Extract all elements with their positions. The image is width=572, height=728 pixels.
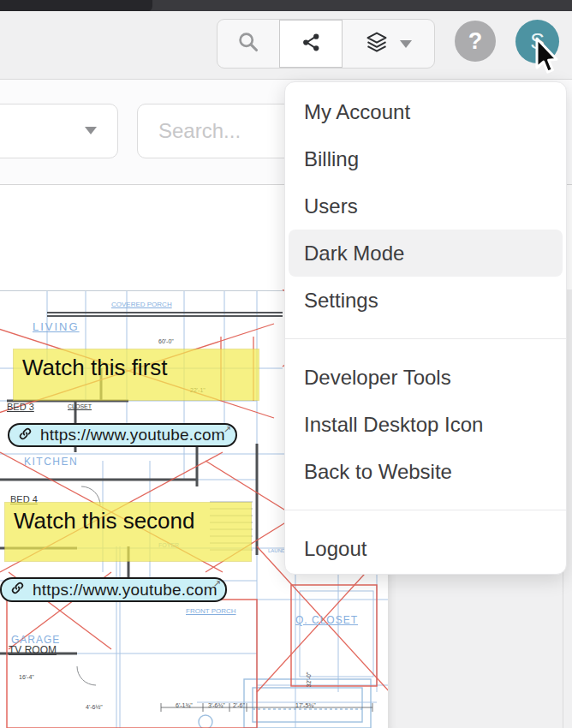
- annotation-highlight-1[interactable]: Watch this first: [14, 349, 259, 400]
- dim-label: 2'-6": [233, 702, 245, 708]
- menu-item-dark-mode[interactable]: Dark Mode: [289, 230, 563, 277]
- dim-label: 6'-1¾": [176, 702, 193, 708]
- room-label-bed3: BED 3: [7, 403, 34, 412]
- link-url-1: https://www.youtube.com: [40, 426, 225, 445]
- link-url-2: https://www.youtube.com: [33, 581, 217, 600]
- filter-dropdown[interactable]: [0, 104, 118, 158]
- menu-item-developer-tools[interactable]: Developer Tools: [289, 354, 563, 401]
- link-icon: [10, 581, 25, 599]
- help-label: ?: [468, 28, 483, 55]
- annotation-highlight-2[interactable]: Watch this second: [5, 503, 251, 561]
- link-icon: [18, 427, 33, 445]
- room-label-tv-room: TV ROOM: [9, 645, 57, 655]
- annotation-text-1: Watch this first: [14, 349, 259, 381]
- filter-caret-icon: [85, 127, 97, 134]
- dim-label: 60'-0": [158, 338, 174, 344]
- share-button[interactable]: [279, 20, 343, 68]
- help-button[interactable]: ?: [455, 21, 496, 62]
- account-menu: My Account Billing Users Dark Mode Setti…: [284, 81, 567, 575]
- room-label-q-closet: Q. CLOSET: [295, 615, 358, 625]
- menu-item-my-account[interactable]: My Account: [289, 88, 563, 135]
- menu-item-settings[interactable]: Settings: [289, 277, 563, 324]
- room-label-front-porch: FRONT PORCH: [186, 608, 236, 615]
- window-chrome-tab: [0, 0, 152, 12]
- annotation-text-2: Watch this second: [5, 503, 251, 534]
- menu-item-users[interactable]: Users: [289, 182, 563, 230]
- layers-icon: [365, 30, 389, 57]
- menu-divider: [285, 510, 566, 510]
- room-label-living: LIVING: [33, 321, 80, 332]
- search-icon: [237, 31, 260, 57]
- menu-item-back-to-website[interactable]: Back to Website: [289, 448, 563, 495]
- dim-label: 17'-5¾": [295, 702, 316, 708]
- menu-item-billing[interactable]: Billing: [289, 135, 563, 182]
- room-label-closet: CLOSET: [68, 403, 92, 409]
- expand-icon[interactable]: ↗: [213, 578, 221, 589]
- menu-divider: [285, 338, 566, 339]
- avatar[interactable]: S: [515, 20, 559, 63]
- menu-item-install-desktop-icon[interactable]: Install Desktop Icon: [289, 401, 563, 448]
- layers-button[interactable]: [343, 20, 434, 68]
- share-icon: [301, 32, 322, 57]
- dim-label: 32'-0": [306, 672, 312, 688]
- search-button[interactable]: [217, 20, 279, 68]
- room-label-covered-porch: COVERED PORCH: [111, 301, 172, 308]
- link-chip-1[interactable]: https://www.youtube.com ↗: [8, 423, 237, 447]
- avatar-initial: S: [530, 29, 545, 54]
- dim-label: 4'-6½": [86, 704, 103, 710]
- toolbar-button-group: [217, 19, 435, 69]
- toolbar: ? S: [0, 11, 572, 80]
- dim-label: 16'-4": [19, 674, 34, 680]
- menu-item-logout[interactable]: Logout: [289, 525, 563, 572]
- dim-label: 3'-6¾": [208, 702, 225, 708]
- room-label-kitchen: KITCHEN: [24, 456, 78, 467]
- expand-icon[interactable]: ↗: [223, 424, 231, 435]
- link-chip-2[interactable]: https://www.youtube.com ↗: [0, 577, 227, 602]
- chevron-down-icon: [400, 40, 412, 48]
